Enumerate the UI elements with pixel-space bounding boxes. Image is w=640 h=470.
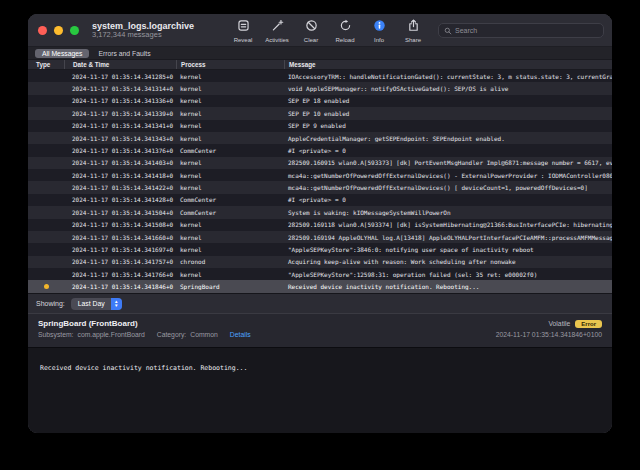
log-process-cell: kernel: [176, 122, 284, 129]
reveal-button[interactable]: Reveal: [228, 18, 258, 43]
log-process-cell: kernel: [176, 172, 284, 179]
table-row[interactable]: 2024-11-17 01:35:14.341846+0 SpringBoard…: [28, 280, 612, 292]
search-field[interactable]: [438, 23, 604, 38]
log-message-cell: "AppleSEPKeyStore":12598:31: operation f…: [284, 271, 612, 278]
column-header-datetime[interactable]: Date & Time: [64, 60, 176, 69]
clear-button[interactable]: Clear: [296, 18, 326, 43]
log-time-cell: 2024-11-17 01:35:14.341660+0: [64, 234, 176, 241]
table-row[interactable]: 2024-11-17 01:35:14.341504+0 CommCenter …: [28, 206, 612, 218]
log-level-cell: [28, 235, 64, 240]
log-level-cell: [28, 74, 64, 79]
activities-button[interactable]: Activities: [262, 18, 292, 43]
clear-label: Clear: [304, 37, 318, 43]
reload-icon: [339, 18, 352, 36]
log-level-cell: [28, 86, 64, 91]
table-row[interactable]: 2024-11-17 01:35:14.341403+0 kernel 2825…: [28, 157, 612, 169]
detail-timestamp: 2024-11-17 01:35:14.341846+0100: [496, 331, 602, 338]
column-header-type[interactable]: Type: [28, 60, 64, 69]
showing-label: Showing:: [36, 300, 65, 307]
reload-label: Reload: [335, 37, 354, 43]
log-time-cell: 2024-11-17 01:35:14.341697+0: [64, 246, 176, 253]
share-button[interactable]: Share: [398, 18, 428, 43]
tab-all-messages[interactable]: All Messages: [35, 49, 89, 58]
close-button[interactable]: [38, 26, 47, 35]
log-level-cell: [28, 222, 64, 227]
table-row[interactable]: 2024-11-17 01:35:14.341660+0 kernel 2825…: [28, 231, 612, 243]
log-time-cell: 2024-11-17 01:35:14.341846+0: [64, 283, 176, 290]
reveal-icon: [237, 18, 250, 36]
info-icon: [373, 18, 386, 36]
detail-pane-body: Received device inactivity notification.…: [28, 347, 612, 433]
table-row[interactable]: 2024-11-17 01:35:14.341428+0 CommCenter …: [28, 194, 612, 206]
search-input[interactable]: [455, 27, 598, 34]
log-process-cell: SpringBoard: [176, 283, 284, 290]
log-message-cell: SEP EP 9 enabled: [284, 122, 612, 129]
log-message-cell: AppleCredentialManager: getSEPEndpoint: …: [284, 135, 612, 142]
log-time-cell: 2024-11-17 01:35:14.341757+0: [64, 258, 176, 265]
showing-bar: Showing: Last Day ▲▼: [28, 293, 612, 313]
info-button[interactable]: Info: [364, 18, 394, 43]
minimize-button[interactable]: [54, 26, 63, 35]
log-message-cell: 282509.169118 wlan0.A[593374] [dk] isSys…: [284, 221, 612, 228]
log-message-cell: SEP EP 10 enabled: [284, 110, 612, 117]
tab-bar: All Messages Errors and Faults: [28, 47, 612, 60]
table-row[interactable]: 2024-11-17 01:35:14.341336+0 kernel SEP …: [28, 95, 612, 107]
log-level-cell: [28, 284, 64, 289]
table-row[interactable]: 2024-11-17 01:35:14.341285+0 kernel IOAc…: [28, 70, 612, 82]
table-row[interactable]: 2024-11-17 01:35:14.341376+0 CommCenter …: [28, 144, 612, 156]
category-value: Common: [190, 331, 218, 338]
log-message-cell: #I <private> = 0: [284, 196, 612, 203]
log-level-cell: [28, 247, 64, 252]
log-time-cell: 2024-11-17 01:35:14.341285+0: [64, 73, 176, 80]
table-row[interactable]: 2024-11-17 01:35:14.341314+0 kernel void…: [28, 82, 612, 94]
log-level-cell: [28, 272, 64, 277]
zoom-button[interactable]: [70, 26, 79, 35]
reload-button[interactable]: Reload: [330, 18, 360, 43]
table-row[interactable]: 2024-11-17 01:35:14.341339+0 kernel SEP …: [28, 107, 612, 119]
showing-dropdown[interactable]: Last Day ▲▼: [71, 298, 122, 310]
level-badge: Error: [575, 320, 602, 328]
table-row[interactable]: 2024-11-17 01:35:14.341757+0 chronod Acq…: [28, 256, 612, 268]
log-process-cell: CommCenter: [176, 196, 284, 203]
column-header-process[interactable]: Process: [176, 60, 284, 69]
log-time-cell: 2024-11-17 01:35:14.341343+0: [64, 135, 176, 142]
log-time-cell: 2024-11-17 01:35:14.341766+0: [64, 271, 176, 278]
dropdown-stepper-icon: ▲▼: [111, 298, 122, 310]
column-header-message[interactable]: Message: [284, 60, 612, 69]
clear-icon: [305, 18, 318, 36]
log-level-cell: [28, 160, 64, 165]
details-link[interactable]: Details: [230, 331, 251, 338]
detail-message: Received device inactivity notification.…: [40, 364, 600, 372]
log-message-cell: "AppleSEPKeyStore":3846:0: notifying use…: [284, 246, 612, 253]
share-icon: [407, 18, 420, 36]
log-process-cell: kernel: [176, 221, 284, 228]
table-row[interactable]: 2024-11-17 01:35:14.341766+0 kernel "App…: [28, 268, 612, 280]
log-message-cell: 282509.169194 AppleOLYHAL_log.A[13418] A…: [284, 234, 612, 241]
log-message-cell: IOAccessoryTRM::_handleNotificationGated…: [284, 73, 612, 80]
log-time-cell: 2024-11-17 01:35:14.341341+0: [64, 122, 176, 129]
log-process-cell: kernel: [176, 73, 284, 80]
log-level-cell: [28, 185, 64, 190]
table-row[interactable]: 2024-11-17 01:35:14.341343+0 kernel Appl…: [28, 132, 612, 144]
table-row[interactable]: 2024-11-17 01:35:14.341508+0 kernel 2825…: [28, 219, 612, 231]
table-row[interactable]: 2024-11-17 01:35:14.341341+0 kernel SEP …: [28, 120, 612, 132]
log-level-cell: [28, 259, 64, 264]
table-row[interactable]: 2024-11-17 01:35:14.341418+0 kernel mca4…: [28, 169, 612, 181]
log-process-cell: kernel: [176, 246, 284, 253]
table-header: Type Date & Time Process Message: [28, 60, 612, 70]
log-level-cell: [28, 98, 64, 103]
log-level-cell: [28, 123, 64, 128]
log-time-cell: 2024-11-17 01:35:14.341508+0: [64, 221, 176, 228]
window-title-block: system_logs.logarchive 3,172,344 message…: [92, 21, 194, 40]
log-level-cell: [28, 197, 64, 202]
tab-errors-and-faults[interactable]: Errors and Faults: [98, 50, 150, 57]
log-message-cell: Acquiring keep-alive with reason: Work s…: [284, 258, 612, 265]
table-row[interactable]: 2024-11-17 01:35:14.341422+0 kernel mca4…: [28, 181, 612, 193]
console-window: system_logs.logarchive 3,172,344 message…: [28, 14, 612, 433]
log-process-cell: kernel: [176, 271, 284, 278]
toolbar: Reveal Activities Clear Reload: [228, 18, 428, 43]
log-message-cell: mca4a::getNumberOfPoweredOffExternalDevi…: [284, 184, 612, 191]
log-time-cell: 2024-11-17 01:35:14.341504+0: [64, 209, 176, 216]
table-row[interactable]: 2024-11-17 01:35:14.341697+0 kernel "App…: [28, 243, 612, 255]
log-time-cell: 2024-11-17 01:35:14.341403+0: [64, 159, 176, 166]
